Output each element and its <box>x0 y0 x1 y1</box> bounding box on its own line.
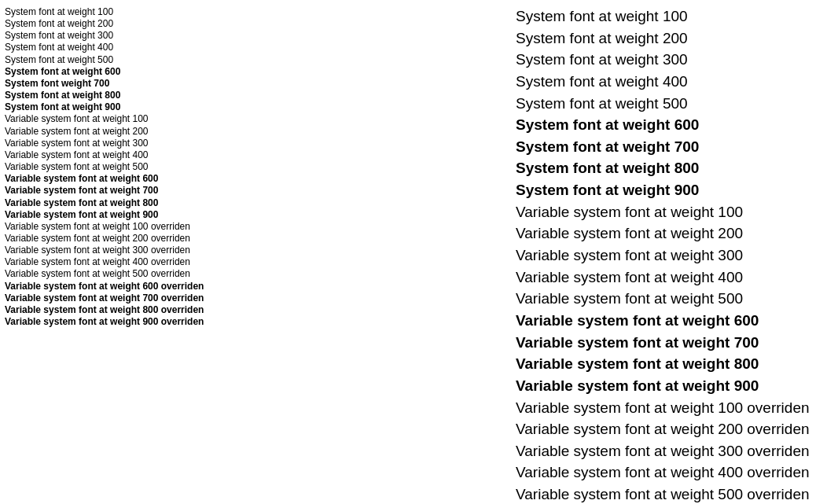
left-font-sample: System font at weight 900 <box>5 101 256 112</box>
left-font-sample: Variable system font at weight 100 <box>5 113 256 124</box>
right-font-sample: System font at weight 500 <box>516 94 833 114</box>
left-font-sample: Variable system font at weight 700 <box>5 185 256 196</box>
left-font-sample: Variable system font at weight 800 <box>5 197 256 208</box>
main-container: System font at weight 100System font at … <box>0 0 838 504</box>
right-font-sample: System font at weight 600 <box>516 115 833 135</box>
left-font-sample: Variable system font at weight 500 overr… <box>5 268 256 279</box>
right-font-sample: Variable system font at weight 400 <box>516 267 833 288</box>
left-font-sample: Variable system font at weight 900 <box>5 209 256 220</box>
left-font-sample: System font at weight 200 <box>5 18 256 29</box>
left-font-sample: Variable system font at weight 500 <box>5 161 256 172</box>
right-font-sample: System font at weight 400 <box>516 72 833 92</box>
right-font-sample: System font at weight 800 <box>516 158 833 178</box>
left-font-sample: Variable system font at weight 200 <box>5 126 256 137</box>
left-font-sample: Variable system font at weight 400 overr… <box>5 256 256 267</box>
left-column: System font at weight 100System font at … <box>5 6 256 504</box>
right-font-sample: Variable system font at weight 300 overr… <box>516 441 833 462</box>
right-font-sample: Variable system font at weight 200 overr… <box>516 419 833 440</box>
left-font-sample: Variable system font at weight 300 <box>5 138 256 149</box>
right-font-sample: Variable system font at weight 300 <box>516 245 833 266</box>
left-font-sample: Variable system font at weight 900 overr… <box>5 316 256 327</box>
left-font-sample: System font at weight 400 <box>5 42 256 53</box>
left-font-sample: Variable system font at weight 800 overr… <box>5 304 256 315</box>
left-font-sample: Variable system font at weight 100 overr… <box>5 221 256 232</box>
left-font-sample: Variable system font at weight 700 overr… <box>5 292 256 304</box>
right-font-sample: Variable system font at weight 200 <box>516 223 833 244</box>
right-font-sample: System font at weight 900 <box>516 180 833 200</box>
right-font-sample: System font at weight 300 <box>516 50 833 70</box>
right-font-sample: Variable system font at weight 100 overr… <box>516 398 833 418</box>
left-font-sample: Variable system font at weight 300 overr… <box>5 245 256 256</box>
left-font-sample: System font at weight 100 <box>5 6 256 17</box>
right-font-sample: Variable system font at weight 700 <box>516 333 833 353</box>
left-font-sample: Variable system font at weight 400 <box>5 149 256 160</box>
right-font-sample: Variable system font at weight 500 overr… <box>516 484 833 504</box>
right-font-sample: Variable system font at weight 500 <box>516 289 833 309</box>
left-font-sample: System font at weight 600 <box>5 66 256 77</box>
left-font-sample: Variable system font at weight 600 overr… <box>5 281 256 292</box>
right-font-sample: System font at weight 200 <box>516 28 833 49</box>
right-column: System font at weight 100System font at … <box>256 6 833 504</box>
right-font-sample: System font at weight 700 <box>516 137 833 157</box>
right-font-sample: Variable system font at weight 100 <box>516 202 833 223</box>
right-font-sample: Variable system font at weight 900 <box>516 376 833 396</box>
left-font-sample: System font at weight 300 <box>5 30 256 41</box>
left-font-sample: System font at weight 800 <box>5 90 256 101</box>
right-font-sample: Variable system font at weight 800 <box>516 354 833 374</box>
left-font-sample: System font at weight 500 <box>5 54 256 65</box>
left-font-sample: Variable system font at weight 200 overr… <box>5 233 256 244</box>
left-font-sample: Variable system font at weight 600 <box>5 173 256 184</box>
right-font-sample: Variable system font at weight 600 <box>516 311 833 331</box>
left-font-sample: System font weight 700 <box>5 78 256 89</box>
right-font-sample: System font at weight 100 <box>516 6 833 27</box>
right-font-sample: Variable system font at weight 400 overr… <box>516 462 833 483</box>
